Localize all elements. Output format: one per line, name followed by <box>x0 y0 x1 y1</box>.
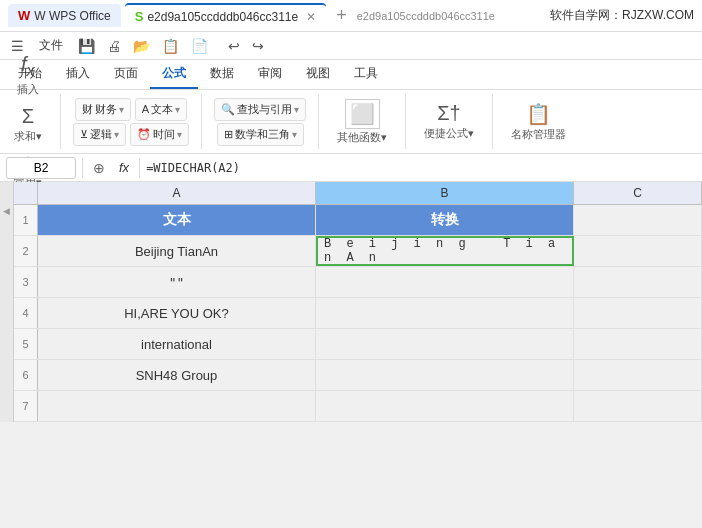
title-bar: W W WPS Office S e2d9a105ccdddb046cc311e… <box>0 0 702 32</box>
cell-a4[interactable]: HI,ARE YOU OK? <box>38 298 316 328</box>
insert-label: 插入 <box>17 82 39 97</box>
cell-c3[interactable] <box>574 267 702 297</box>
ribbon-group-other: ⬜ 其他函数▾ <box>331 94 406 149</box>
undo-icon[interactable]: ↩ <box>223 35 245 57</box>
cell-b2[interactable]: B e i j i n g T i a n A n <box>316 236 574 266</box>
cell-b7[interactable] <box>316 391 574 421</box>
left-arrow-icon[interactable]: ◀ <box>3 206 10 216</box>
cell-b1[interactable]: 转换 <box>316 205 574 235</box>
cell-c5[interactable] <box>574 329 702 359</box>
fx-label: fx <box>115 160 133 175</box>
ribbon-group-name: 📋 名称管理器 <box>505 94 584 149</box>
ribbon-group-basic: fx 插入 Σ 求和▾ ☆ 常用▾ <box>8 94 61 149</box>
chevron-down-icon: ▾ <box>294 104 299 115</box>
name-manager-button[interactable]: 📋 名称管理器 <box>505 99 572 145</box>
col-header-a[interactable]: A <box>38 182 316 204</box>
cell-a7[interactable] <box>38 391 316 421</box>
open-icon[interactable]: 📂 <box>128 35 155 57</box>
save-icon[interactable]: 💾 <box>73 35 100 57</box>
cell-b5[interactable] <box>316 329 574 359</box>
formula-content: =WIDECHAR(A2) <box>146 161 696 175</box>
browser-tab-sheet[interactable]: S e2d9a105ccdddb046cc311e ✕ <box>125 3 326 28</box>
finance-button[interactable]: 财财务▾ <box>75 98 131 121</box>
redo-icon[interactable]: ↪ <box>247 35 269 57</box>
text-button[interactable]: A文本▾ <box>135 98 187 121</box>
math-button[interactable]: ⊞数学和三角▾ <box>217 123 304 146</box>
text-icon: A <box>142 103 149 115</box>
cell-reference-input[interactable] <box>6 157 76 179</box>
col-header-c[interactable]: C <box>574 182 702 204</box>
tab-review[interactable]: 审阅 <box>246 60 294 89</box>
cell-b6[interactable] <box>316 360 574 390</box>
url-bar[interactable]: e2d9a105ccdddb046cc311e <box>357 10 536 22</box>
quick-formula-button[interactable]: Σ† 便捷公式▾ <box>418 99 480 144</box>
sum-icon: Σ <box>22 105 34 128</box>
math-icon: ⊞ <box>224 128 233 141</box>
ribbon-group-quick: Σ† 便捷公式▾ <box>418 94 493 149</box>
tab-tools[interactable]: 工具 <box>342 60 390 89</box>
formula-divider <box>82 158 83 178</box>
logic-icon: ⊻ <box>80 128 88 141</box>
lookup-button[interactable]: 🔍查找与引用▾ <box>214 98 306 121</box>
paste-icon[interactable]: 📄 <box>186 35 213 57</box>
cell-a1[interactable]: 文本 <box>38 205 316 235</box>
formula-divider2 <box>139 158 140 178</box>
tab-view[interactable]: 视图 <box>294 60 342 89</box>
cell-b3[interactable] <box>316 267 574 297</box>
cell-a2[interactable]: Beijing TianAn <box>38 236 316 266</box>
tab-insert[interactable]: 插入 <box>54 60 102 89</box>
cell-a5[interactable]: international <box>38 329 316 359</box>
formula-bar: ⊕ fx =WIDECHAR(A2) <box>0 154 702 182</box>
chevron-down-icon: ▾ <box>175 104 180 115</box>
print-icon[interactable]: 🖨 <box>102 35 126 57</box>
row-number: 6 <box>14 360 38 390</box>
sum-label: 求和▾ <box>14 129 42 144</box>
zoom-icon[interactable]: ⊕ <box>89 158 109 178</box>
chevron-down-icon: ▾ <box>114 129 119 140</box>
cell-c2[interactable] <box>574 236 702 266</box>
browser-tab-wps[interactable]: W W WPS Office <box>8 4 121 27</box>
other-functions-button[interactable]: ⬜ 其他函数▾ <box>331 96 393 148</box>
ribbon-content: fx 插入 Σ 求和▾ ☆ 常用▾ 财财务▾ A文本▾ ⊻逻辑▾ ⏰时间▾ <box>0 90 702 154</box>
quick-label: 便捷公式▾ <box>424 126 474 141</box>
tab-data[interactable]: 数据 <box>198 60 246 89</box>
table-row: 6 SNH48 Group <box>14 360 702 391</box>
clock-icon: ⏰ <box>137 128 151 141</box>
cell-b4[interactable] <box>316 298 574 328</box>
tab-close-icon[interactable]: ✕ <box>306 10 316 24</box>
name-manager-icon: 📋 <box>526 102 551 126</box>
row-num-header <box>14 182 38 204</box>
site-title: 软件自学网：RJZXW.COM <box>550 7 694 24</box>
col-header-b[interactable]: B <box>316 182 574 204</box>
function-row1: 财财务▾ A文本▾ <box>75 98 187 121</box>
table-row: 5 international <box>14 329 702 360</box>
ribbon-group-search: 🔍查找与引用▾ ⊞数学和三角▾ <box>214 94 319 149</box>
cell-c4[interactable] <box>574 298 702 328</box>
sum-button[interactable]: Σ 求和▾ <box>8 102 48 147</box>
tab-formula[interactable]: 公式 <box>150 60 198 89</box>
cell-c7[interactable] <box>574 391 702 421</box>
new-tab-button[interactable]: + <box>330 5 353 26</box>
quick-icon: Σ† <box>437 102 461 125</box>
spreadsheet-wrapper: ◀ A B C 1 文本 转换 2 Beijing TianAn B e i j… <box>0 182 702 422</box>
cell-a3[interactable]: "" <box>38 267 316 297</box>
insert-function-button[interactable]: fx 插入 <box>10 50 46 100</box>
table-row: 4 HI,ARE YOU OK? <box>14 298 702 329</box>
row-number: 1 <box>14 205 38 235</box>
name-manager-label: 名称管理器 <box>511 127 566 142</box>
time-button[interactable]: ⏰时间▾ <box>130 123 189 146</box>
fx-icon: fx <box>21 53 35 81</box>
cell-c6[interactable] <box>574 360 702 390</box>
table-row: 2 Beijing TianAn B e i j i n g T i a n A… <box>14 236 702 267</box>
copy-icon[interactable]: 📋 <box>157 35 184 57</box>
wps-tab-label: W WPS Office <box>34 9 110 23</box>
cell-c1[interactable] <box>574 205 702 235</box>
chevron-down-icon: ▾ <box>177 129 182 140</box>
finance-icon: 财 <box>82 102 93 117</box>
cell-a6[interactable]: SNH48 Group <box>38 360 316 390</box>
logic-button[interactable]: ⊻逻辑▾ <box>73 123 126 146</box>
url-text: e2d9a105ccdddb046cc311e <box>357 10 495 22</box>
tab-page[interactable]: 页面 <box>102 60 150 89</box>
row-number: 4 <box>14 298 38 328</box>
ribbon-group-functions: 财财务▾ A文本▾ ⊻逻辑▾ ⏰时间▾ <box>73 94 202 149</box>
